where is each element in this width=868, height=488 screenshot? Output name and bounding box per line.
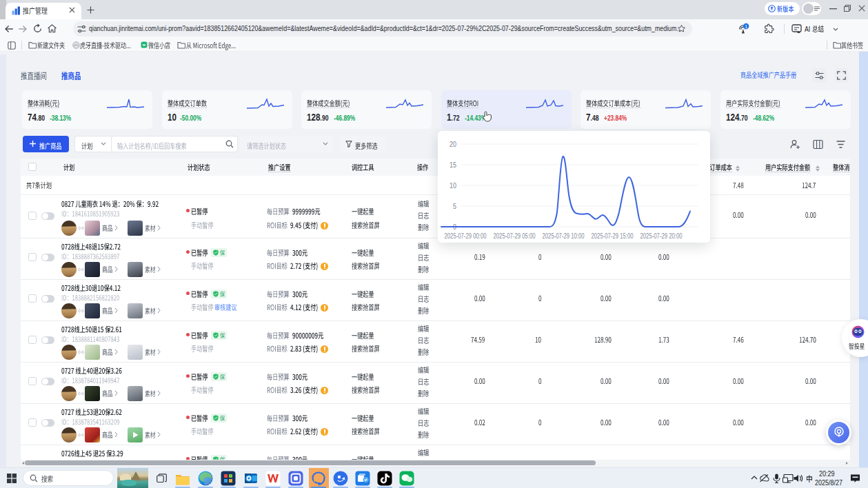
svg-text:20: 20 [450,141,456,148]
svg-text:2025-07-29 10:00: 2025-07-29 10:00 [543,232,585,240]
svg-text:10: 10 [450,182,456,190]
svg-text:2025-07-29 20:00: 2025-07-29 20:00 [640,232,683,240]
svg-text:1: 1 [745,24,747,29]
svg-text:15: 15 [450,161,456,169]
svg-text:2025-07-29 15:00: 2025-07-29 15:00 [592,232,634,240]
svg-text:2025-07-29 00:00: 2025-07-29 00:00 [445,232,487,240]
svg-text:2025-07-29 05:00: 2025-07-29 05:00 [494,232,536,240]
svg-text:5: 5 [453,203,456,210]
